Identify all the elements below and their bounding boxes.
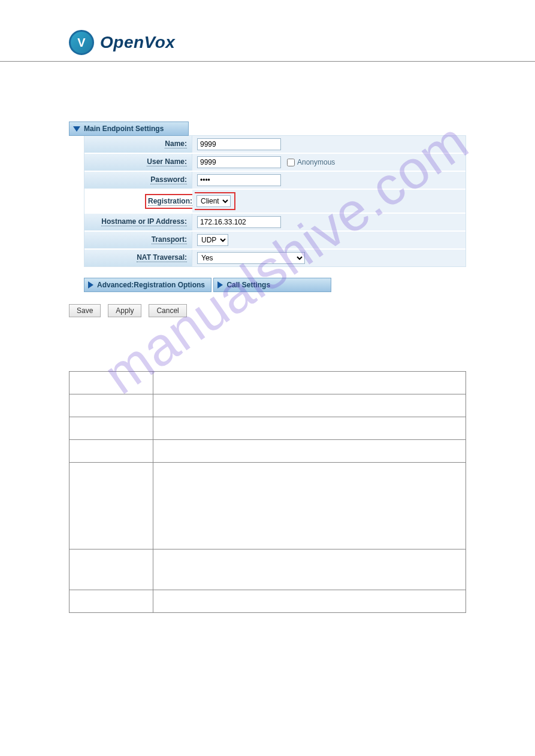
anonymous-checkbox-wrap[interactable]: Anonymous xyxy=(287,158,335,166)
call-settings-title: Call Settings xyxy=(226,281,270,289)
main-endpoint-header[interactable]: Main Endpoint Settings xyxy=(69,122,189,136)
name-label: Name: xyxy=(84,136,192,153)
password-label: Password: xyxy=(84,172,192,189)
registration-select[interactable]: Client xyxy=(197,195,231,207)
apply-button[interactable]: Apply xyxy=(108,304,141,317)
cancel-button[interactable]: Cancel xyxy=(149,304,186,317)
username-input[interactable] xyxy=(197,156,281,168)
logo-icon xyxy=(69,30,94,55)
brand-logo: OpenVox xyxy=(69,30,466,55)
anonymous-label: Anonymous xyxy=(297,158,335,166)
table-row xyxy=(69,590,466,613)
transport-label: Transport: xyxy=(84,232,192,248)
table-row xyxy=(69,463,466,549)
registration-highlight: Registration: xyxy=(145,194,192,209)
nat-select[interactable]: Yes xyxy=(197,252,305,264)
anonymous-checkbox[interactable] xyxy=(287,159,295,166)
table-row xyxy=(69,549,466,590)
collapse-icon xyxy=(73,126,80,132)
password-input[interactable] xyxy=(197,174,281,186)
row-password: Password: xyxy=(84,171,466,189)
page-header: OpenVox xyxy=(0,30,535,62)
username-label: User Name: xyxy=(84,154,192,171)
button-row: Save Apply Cancel xyxy=(69,304,466,317)
nat-label: NAT Traversal: xyxy=(84,250,192,266)
row-name: Name: xyxy=(84,136,466,153)
row-nat: NAT Traversal: Yes xyxy=(84,248,466,266)
advanced-registration-header[interactable]: Advanced:Registration Options xyxy=(84,278,211,292)
table-row xyxy=(69,372,466,394)
hostname-input[interactable] xyxy=(197,216,281,228)
settings-table: Name: User Name: Anonymous Password: xyxy=(84,135,466,267)
table-row xyxy=(69,394,466,417)
settings-screenshot: Main Endpoint Settings Name: User Name: … xyxy=(69,122,466,317)
registration-label: Registration: xyxy=(148,197,192,206)
row-registration: Registration: Client xyxy=(84,189,466,212)
description-table xyxy=(69,371,466,613)
table-row xyxy=(69,440,466,463)
call-settings-header[interactable]: Call Settings xyxy=(213,278,331,292)
main-endpoint-title: Main Endpoint Settings xyxy=(84,125,164,133)
row-username: User Name: Anonymous xyxy=(84,153,466,171)
save-button[interactable]: Save xyxy=(69,304,101,317)
hostname-label: Hostname or IP Address: xyxy=(84,214,192,230)
name-input[interactable] xyxy=(197,138,281,150)
registration-highlight-value: Client xyxy=(195,192,235,210)
expand-icon xyxy=(88,281,93,289)
table-row xyxy=(69,417,466,440)
transport-select[interactable]: UDP xyxy=(197,234,228,246)
row-hostname: Hostname or IP Address: xyxy=(84,212,466,230)
advanced-title: Advanced:Registration Options xyxy=(97,281,205,289)
brand-name: OpenVox xyxy=(100,33,175,52)
row-transport: Transport: UDP xyxy=(84,230,466,248)
expand-icon xyxy=(217,281,223,289)
